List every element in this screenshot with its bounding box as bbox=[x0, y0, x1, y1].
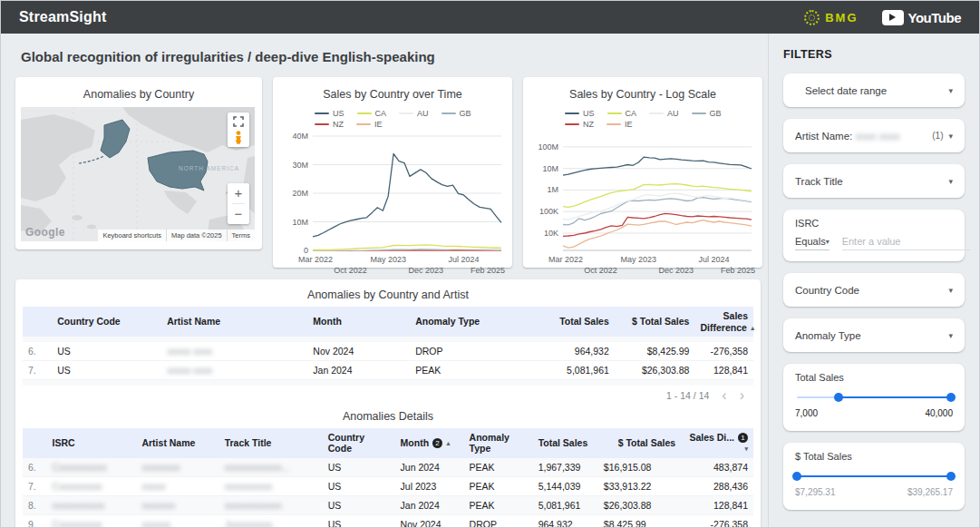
table-cell: xxxxxxxxxxxx... bbox=[219, 458, 323, 477]
chart-log-title: Sales by Country - Log Scale bbox=[529, 83, 757, 107]
legend-item-AU: AU bbox=[399, 109, 429, 118]
total-sales-slider-filter: Total Sales 7,000 40,000 bbox=[783, 364, 965, 431]
column-header-track-title[interactable]: Track Title bbox=[219, 428, 323, 458]
table-cell: 5,144,039 bbox=[533, 476, 598, 495]
column-header-month[interactable]: Month2▲ bbox=[395, 428, 464, 458]
table-cell: xxxxxxxx bbox=[136, 458, 218, 477]
dollar-total-sales-min: $7,295.31 bbox=[795, 487, 836, 497]
page-title: Global recognition of irregularities / d… bbox=[15, 34, 768, 77]
chart-linear-title: Sales by Country over Time bbox=[278, 83, 507, 107]
isrc-operator-select[interactable]: Equals ▾ bbox=[795, 236, 830, 250]
filters-heading: FILTERS bbox=[783, 48, 965, 61]
total-sales-slider[interactable] bbox=[797, 392, 951, 403]
isrc-value-input[interactable] bbox=[842, 236, 971, 250]
table-cell: 7. bbox=[23, 361, 52, 380]
table-cell: xxxxxxx bbox=[136, 495, 218, 514]
svg-text:10M: 10M bbox=[542, 164, 558, 173]
artist-name-value: xxxx xxxx bbox=[855, 131, 899, 142]
table-cell: $16,915.08 bbox=[598, 458, 681, 477]
table-cell: US bbox=[323, 476, 395, 495]
sales-log-scale-panel: Sales by Country - Log Scale USCAAUGBNZI… bbox=[523, 77, 762, 268]
legend-label: AU bbox=[417, 109, 429, 118]
table-cell: PEAK bbox=[464, 458, 533, 477]
table-cell: 9. bbox=[23, 514, 47, 528]
table-cell: PEAK bbox=[464, 476, 533, 495]
table-cell: US bbox=[52, 361, 161, 380]
table-cell: DROP bbox=[464, 514, 533, 528]
legend-swatch bbox=[315, 123, 329, 125]
table-cell: Jan 2024 bbox=[307, 361, 410, 380]
map-zoom-out-button[interactable]: − bbox=[228, 206, 249, 222]
column-header-rownum[interactable] bbox=[23, 307, 52, 337]
svg-text:20M: 20M bbox=[292, 189, 308, 198]
slider-handle-max[interactable] bbox=[946, 393, 956, 402]
column-header-artist-name[interactable]: Artist Name bbox=[161, 307, 307, 337]
legend-item-IE: IE bbox=[606, 120, 633, 129]
table-cell: $8,425.99 bbox=[598, 514, 681, 528]
table-cell: -276,358 bbox=[681, 514, 753, 528]
column-header-artist-name[interactable]: Artist Name bbox=[136, 428, 218, 458]
table-cell: 964,932 bbox=[527, 342, 615, 361]
map-zoom-in-button[interactable]: + bbox=[228, 185, 249, 201]
slider-handle-max[interactable] bbox=[946, 472, 956, 481]
column-header-country-code[interactable]: Country Code bbox=[52, 307, 161, 337]
svg-text:Feb 2025: Feb 2025 bbox=[721, 266, 755, 275]
pagination-next-button[interactable]: › bbox=[740, 390, 744, 401]
column-header-month[interactable]: Month bbox=[307, 307, 410, 337]
column-header-anomaly-type[interactable]: Anomaly Type bbox=[410, 307, 527, 337]
column-header-anomaly-type[interactable]: Anomaly Type bbox=[464, 428, 533, 458]
keyboard-shortcuts-link[interactable]: Keyboard shortcuts bbox=[98, 230, 166, 241]
table-cell: Cxxxxxxxxx bbox=[47, 476, 137, 495]
map-data-attribution: Map data ©2025 bbox=[166, 230, 227, 241]
pagination-label: 1 - 14 / 14 bbox=[666, 390, 709, 401]
column-header--total-sales[interactable]: $ Total Sales bbox=[598, 428, 681, 458]
sales-over-time-chart: 010M20M30M40MMar 2022Oct 2022May 2023Dec… bbox=[278, 131, 507, 279]
dollar-total-sales-slider[interactable] bbox=[797, 471, 951, 482]
isrc-operator-value: Equals bbox=[795, 236, 826, 247]
sort-arrow-icon: ▾ bbox=[744, 445, 748, 452]
track-title-label: Track Title bbox=[795, 176, 843, 187]
slider-handle-min[interactable] bbox=[792, 472, 801, 481]
column-header-rownum[interactable] bbox=[23, 428, 47, 458]
column-header-total-sales[interactable]: Total Sales bbox=[527, 307, 615, 337]
svg-text:May 2023: May 2023 bbox=[370, 255, 406, 264]
map-terms-link[interactable]: Terms bbox=[227, 230, 255, 241]
pagination-prev-button[interactable]: ‹ bbox=[722, 390, 726, 401]
anomalies-details-table: ISRCArtist NameTrack TitleCountry CodeMo… bbox=[23, 428, 753, 528]
artist-name-filter[interactable]: Artist Name: xxxx xxxx (1) ▾ bbox=[783, 119, 965, 152]
table-cell: 6. bbox=[23, 342, 52, 361]
bmg-emblem-icon bbox=[804, 10, 820, 25]
svg-text:100K: 100K bbox=[539, 207, 558, 216]
google-map[interactable]: NORTH AMERICA Atlantic Ocean bbox=[21, 107, 255, 241]
anomalies-map-panel: Anomalies by Country bbox=[15, 77, 262, 249]
table-cell: 483,874 bbox=[681, 458, 753, 477]
table-cell: Jun 2024 bbox=[395, 458, 464, 477]
pegman-icon[interactable] bbox=[233, 131, 244, 144]
column-header--total-sales[interactable]: $ Total Sales bbox=[615, 307, 695, 337]
legend-swatch bbox=[649, 112, 664, 114]
table-row: 7.USxxxxx xxxxJan 2024PEAK5,081,961$26,3… bbox=[23, 361, 753, 380]
country-code-label: Country Code bbox=[795, 285, 859, 296]
column-header-isrc[interactable]: ISRC bbox=[47, 428, 137, 458]
column-header-total-sales[interactable]: Total Sales bbox=[533, 428, 598, 458]
bmg-logo: BMG bbox=[804, 10, 858, 25]
legend-item-CA: CA bbox=[607, 109, 637, 118]
legend-label: AU bbox=[667, 109, 679, 118]
country-code-filter[interactable]: Country Code ▾ bbox=[783, 273, 965, 307]
table-cell: 288,436 bbox=[681, 476, 753, 495]
svg-text:10K: 10K bbox=[544, 229, 558, 238]
date-range-label: Select date range bbox=[805, 85, 887, 96]
legend-label: GB bbox=[710, 109, 722, 118]
slider-handle-min[interactable] bbox=[834, 393, 843, 402]
youtube-logo: YouTube bbox=[882, 10, 961, 25]
date-range-filter[interactable]: Select date range ▾ bbox=[783, 73, 965, 107]
fullscreen-icon[interactable] bbox=[233, 116, 244, 127]
legend-item-AU: AU bbox=[649, 109, 679, 118]
column-header-sales-di-[interactable]: Sales Di...1▾ bbox=[681, 428, 753, 458]
column-header-sales-difference[interactable]: Sales Difference▲ bbox=[694, 307, 753, 337]
anomaly-type-filter[interactable]: Anomaly Type ▾ bbox=[783, 318, 965, 352]
svg-text:Mar 2022: Mar 2022 bbox=[298, 255, 333, 264]
column-header-country-code[interactable]: Country Code bbox=[323, 428, 395, 458]
total-sales-label: Total Sales bbox=[795, 372, 953, 383]
track-title-filter[interactable]: Track Title ▾ bbox=[783, 164, 965, 198]
